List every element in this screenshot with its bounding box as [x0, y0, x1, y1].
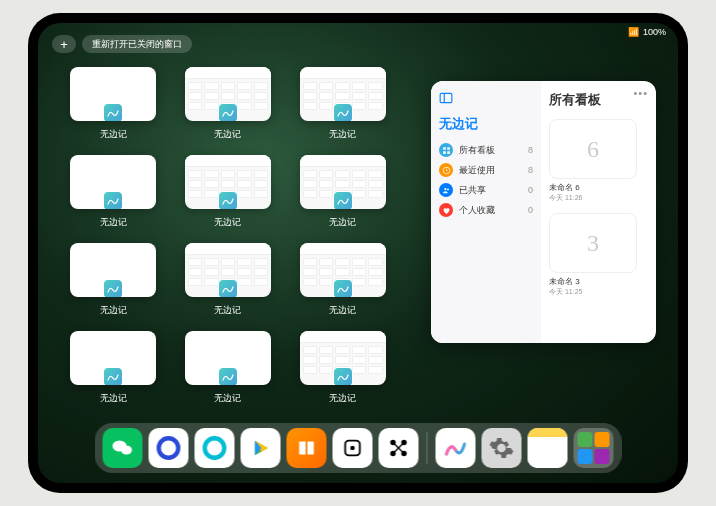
svg-point-11	[159, 438, 179, 458]
window-label: 无边记	[329, 304, 356, 317]
window-preview	[70, 155, 156, 209]
sidebar-item-heart[interactable]: 个人收藏0	[439, 203, 533, 217]
people-icon	[439, 183, 453, 197]
board-thumbnail: 3	[549, 213, 637, 273]
status-bar: 📶 100%	[628, 27, 666, 37]
board-timestamp: 今天 11:25	[549, 287, 648, 297]
freeform-app-icon	[218, 191, 238, 209]
window-label: 无边记	[100, 128, 127, 141]
window-thumbnail[interactable]: 无边记	[183, 243, 274, 317]
window-thumbnail[interactable]: 无边记	[68, 155, 159, 229]
clock-icon	[439, 163, 453, 177]
sidebar-toggle-icon[interactable]	[439, 91, 453, 105]
board-item[interactable]: 6未命名 6今天 11:26	[549, 119, 648, 203]
freeform-app-icon	[218, 367, 238, 385]
svg-point-14	[350, 446, 355, 451]
reopen-closed-window-button[interactable]: 重新打开已关闭的窗口	[82, 35, 192, 53]
window-label: 无边记	[214, 216, 241, 229]
dock-app-wechat[interactable]	[103, 428, 143, 468]
window-preview	[300, 243, 386, 297]
dock-app-connect[interactable]	[379, 428, 419, 468]
sidebar-item-count: 8	[528, 145, 533, 155]
dock-app-dice[interactable]	[333, 428, 373, 468]
sidebar-list: 所有看板8最近使用8已共享0个人收藏0	[439, 143, 533, 217]
more-icon[interactable]: •••	[633, 87, 648, 99]
window-preview	[300, 331, 386, 385]
grid-icon	[439, 143, 453, 157]
window-label: 无边记	[100, 392, 127, 405]
window-label: 无边记	[100, 216, 127, 229]
app-switcher-grid: 无边记无边记无边记无边记无边记无边记无边记无边记无边记无边记无边记无边记	[68, 67, 388, 405]
window-label: 无边记	[329, 128, 356, 141]
dock-recent-freeform[interactable]	[436, 428, 476, 468]
freeform-window[interactable]: 无边记 所有看板8最近使用8已共享0个人收藏0 ••• 所有看板 6未命名 6今…	[431, 81, 656, 343]
window-preview	[185, 67, 271, 121]
svg-rect-5	[447, 151, 450, 154]
dock-app-quark[interactable]	[195, 428, 235, 468]
dock-recent-notes[interactable]	[528, 428, 568, 468]
freeform-app-icon	[333, 191, 353, 209]
battery-label: 100%	[643, 27, 666, 37]
window-preview	[185, 331, 271, 385]
dock-separator	[427, 432, 428, 464]
window-label: 无边记	[329, 216, 356, 229]
sidebar-item-count: 0	[528, 185, 533, 195]
window-label: 无边记	[214, 304, 241, 317]
add-button[interactable]: +	[52, 35, 76, 53]
window-preview	[70, 331, 156, 385]
board-thumbnail: 6	[549, 119, 637, 179]
plus-icon: +	[60, 37, 68, 52]
dock-app-books[interactable]	[287, 428, 327, 468]
window-thumbnail[interactable]: 无边记	[297, 155, 388, 229]
sidebar-item-count: 8	[528, 165, 533, 175]
ipad-frame: 📶 100% + 重新打开已关闭的窗口 无边记无边记无边记无边记无边记无边记无边…	[28, 13, 688, 493]
window-preview	[70, 67, 156, 121]
svg-rect-0	[440, 93, 452, 102]
dock-app-quark-hd[interactable]	[149, 428, 189, 468]
window-thumbnail[interactable]: 无边记	[68, 67, 159, 141]
window-thumbnail[interactable]: 无边记	[68, 243, 159, 317]
sidebar-item-label: 个人收藏	[459, 204, 495, 217]
freeform-sidebar: 无边记 所有看板8最近使用8已共享0个人收藏0	[431, 81, 541, 343]
screen: 📶 100% + 重新打开已关闭的窗口 无边记无边记无边记无边记无边记无边记无边…	[38, 23, 678, 483]
window-label: 无边记	[214, 128, 241, 141]
window-preview	[185, 155, 271, 209]
top-controls: + 重新打开已关闭的窗口	[52, 35, 192, 53]
window-thumbnail[interactable]: 无边记	[297, 243, 388, 317]
board-item[interactable]: 3未命名 3今天 11:25	[549, 213, 648, 297]
window-thumbnail[interactable]: 无边记	[297, 67, 388, 141]
window-thumbnail[interactable]: 无边记	[297, 331, 388, 405]
window-thumbnail[interactable]: 无边记	[183, 155, 274, 229]
dock	[95, 423, 622, 473]
window-preview	[300, 155, 386, 209]
window-thumbnail[interactable]: 无边记	[68, 331, 159, 405]
sidebar-item-label: 已共享	[459, 184, 486, 197]
svg-point-7	[444, 187, 446, 189]
svg-point-12	[205, 438, 225, 458]
sidebar-item-count: 0	[528, 205, 533, 215]
freeform-app-icon	[218, 103, 238, 121]
dock-app-library[interactable]	[574, 428, 614, 468]
freeform-app-icon	[333, 103, 353, 121]
window-thumbnail[interactable]: 无边记	[183, 331, 274, 405]
dock-app-play[interactable]	[241, 428, 281, 468]
window-preview	[185, 243, 271, 297]
sidebar-title: 无边记	[439, 115, 533, 133]
freeform-app-icon	[333, 367, 353, 385]
window-preview	[300, 67, 386, 121]
board-label: 未命名 6	[549, 182, 648, 193]
freeform-app-icon	[333, 279, 353, 297]
sidebar-item-label: 所有看板	[459, 144, 495, 157]
window-thumbnail[interactable]: 无边记	[183, 67, 274, 141]
dock-recent-settings[interactable]	[482, 428, 522, 468]
sidebar-item-people[interactable]: 已共享0	[439, 183, 533, 197]
reopen-label: 重新打开已关闭的窗口	[92, 38, 182, 51]
svg-point-10	[121, 446, 132, 455]
boards-list: 6未命名 6今天 11:263未命名 3今天 11:25	[549, 119, 648, 297]
sidebar-item-grid[interactable]: 所有看板8	[439, 143, 533, 157]
board-label: 未命名 3	[549, 276, 648, 287]
sidebar-item-clock[interactable]: 最近使用8	[439, 163, 533, 177]
freeform-app-icon	[103, 279, 123, 297]
window-label: 无边记	[214, 392, 241, 405]
window-label: 无边记	[100, 304, 127, 317]
